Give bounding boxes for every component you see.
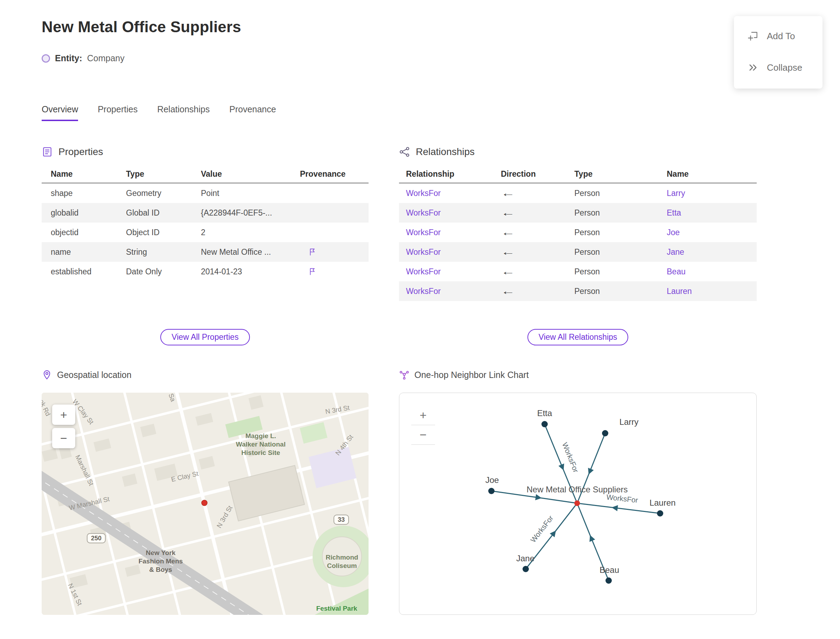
one-hop-icon xyxy=(399,370,409,380)
node-center[interactable] xyxy=(574,501,580,506)
col-name: Name xyxy=(667,169,757,179)
properties-icon xyxy=(41,146,53,157)
property-name: globalid xyxy=(51,208,126,218)
page-title: New Metal Office Suppliers xyxy=(41,18,241,36)
entity-link[interactable]: Etta xyxy=(667,208,757,218)
node-beau[interactable] xyxy=(606,577,612,584)
add-to-button[interactable]: Add To xyxy=(734,20,822,52)
table-row: shape Geometry Point xyxy=(41,183,369,203)
entity-link[interactable]: Larry xyxy=(667,189,757,198)
node-larry[interactable] xyxy=(602,430,608,436)
collapse-button[interactable]: Collapse xyxy=(734,52,822,83)
relationship-link[interactable]: WorksFor xyxy=(406,287,501,296)
collapse-icon xyxy=(748,62,759,73)
entity-link[interactable]: Beau xyxy=(667,267,757,277)
col-provenance: Provenance xyxy=(300,169,369,179)
properties-table: Name Type Value Provenance shape Geometr… xyxy=(41,165,369,281)
map-pin-icon xyxy=(41,370,52,380)
relationship-link[interactable]: WorksFor xyxy=(406,247,501,257)
tab-overview[interactable]: Overview xyxy=(41,104,78,121)
entity-link[interactable]: Lauren xyxy=(667,287,757,296)
relationships-icon xyxy=(399,146,410,157)
table-row: WorksFor ← Person Beau xyxy=(399,262,757,281)
zoom-out-button[interactable]: − xyxy=(411,425,435,445)
relationship-type: Person xyxy=(574,228,667,237)
view-all-relationships-button[interactable]: View All Relationships xyxy=(527,329,628,345)
edge-lauren xyxy=(577,503,660,513)
relationship-link[interactable]: WorksFor xyxy=(406,208,501,218)
table-row: name String New Metal Office ... xyxy=(41,242,369,262)
tab-relationships[interactable]: Relationships xyxy=(157,104,210,121)
edge-label: WorksFor xyxy=(606,493,639,504)
geospatial-heading: Geospatial location xyxy=(41,370,132,380)
entity-link[interactable]: Jane xyxy=(667,247,757,257)
link-chart-heading: One-hop Neighbor Link Chart xyxy=(399,370,529,380)
route-shield-33: 33 xyxy=(334,515,349,525)
relationship-type: Person xyxy=(574,208,667,218)
relationship-type: Person xyxy=(574,247,667,257)
relationship-link[interactable]: WorksFor xyxy=(406,267,501,277)
relationship-type: Person xyxy=(574,267,667,277)
relationship-type: Person xyxy=(574,189,667,198)
chart-zoom-control: + − xyxy=(411,405,435,445)
property-value: 2 xyxy=(201,228,300,237)
provenance-cell xyxy=(300,267,369,276)
direction-arrow: ← xyxy=(501,286,515,297)
tab-provenance[interactable]: Provenance xyxy=(229,104,276,121)
zoom-in-button[interactable]: + xyxy=(52,405,75,425)
node-lauren[interactable] xyxy=(657,510,663,517)
col-name: Name xyxy=(51,169,126,179)
col-relationship: Relationship xyxy=(406,169,501,179)
table-row: WorksFor ← Person Jane xyxy=(399,242,757,262)
zoom-in-button[interactable]: + xyxy=(411,405,435,425)
property-value: New Metal Office ... xyxy=(201,247,300,257)
relationship-link[interactable]: WorksFor xyxy=(406,189,501,198)
property-type: Date Only xyxy=(126,267,201,277)
relationships-section-heading: Relationships xyxy=(399,146,475,157)
provenance-flag-icon[interactable] xyxy=(308,267,317,276)
edge-label: WorksFor xyxy=(529,514,555,544)
actions-panel: Add To Collapse xyxy=(734,16,822,89)
relationship-type: Person xyxy=(574,287,667,296)
property-value: 2014-01-23 xyxy=(201,267,300,277)
property-type: Geometry xyxy=(126,189,201,198)
map-canvas[interactable]: Brook Rd W Clay St Sa N 3rd St N 4th St … xyxy=(41,393,369,615)
geospatial-heading-label: Geospatial location xyxy=(57,370,132,380)
node-etta[interactable] xyxy=(541,421,548,427)
table-row: WorksFor ← Person Etta xyxy=(399,203,757,223)
relationships-heading-label: Relationships xyxy=(416,146,475,157)
property-type: Global ID xyxy=(126,208,201,218)
property-type: String xyxy=(126,247,201,257)
poi-label: Festival Park xyxy=(316,605,357,612)
entity-link[interactable]: Joe xyxy=(667,228,757,237)
property-name: shape xyxy=(51,189,126,198)
edge-label: WorksFor xyxy=(561,441,580,474)
poi-label: Richmond Coliseum xyxy=(325,553,360,570)
view-all-properties-button[interactable]: View All Properties xyxy=(160,329,250,345)
link-chart-canvas[interactable]: + − WorksFor WorksFor WorksFor Etta Larr… xyxy=(399,393,757,615)
zoom-out-button[interactable]: − xyxy=(52,428,75,448)
entity-label: Entity: xyxy=(55,53,82,64)
direction-arrow: ← xyxy=(501,266,515,277)
tab-properties[interactable]: Properties xyxy=(98,104,138,121)
map-marker[interactable] xyxy=(202,500,207,505)
poi-label: Maggie L. Walker National Historic Site xyxy=(234,432,287,457)
node-label: Beau xyxy=(600,565,619,575)
entity-subtitle: Entity: Company xyxy=(41,53,125,64)
center-node-label: New Metal Office Suppliers xyxy=(527,485,628,494)
relationship-link[interactable]: WorksFor xyxy=(406,228,501,237)
properties-table-header: Name Type Value Provenance xyxy=(41,165,369,183)
link-chart-graph: WorksFor WorksFor WorksFor Etta Larry Jo… xyxy=(399,393,756,615)
add-to-icon xyxy=(748,31,759,41)
node-joe[interactable] xyxy=(488,488,495,494)
entity-type-value: Company xyxy=(87,53,125,64)
provenance-flag-icon[interactable] xyxy=(308,247,317,256)
route-shield-250: 250 xyxy=(87,533,106,544)
table-row: objectid Object ID 2 xyxy=(41,223,369,242)
poi-label: New York Fashion Mens & Boys xyxy=(138,549,183,574)
direction-arrow: ← xyxy=(501,208,515,218)
properties-section-heading: Properties xyxy=(41,146,103,157)
table-row: WorksFor ← Person Lauren xyxy=(399,281,757,301)
node-jane[interactable] xyxy=(523,566,529,572)
add-to-label: Add To xyxy=(767,31,795,41)
